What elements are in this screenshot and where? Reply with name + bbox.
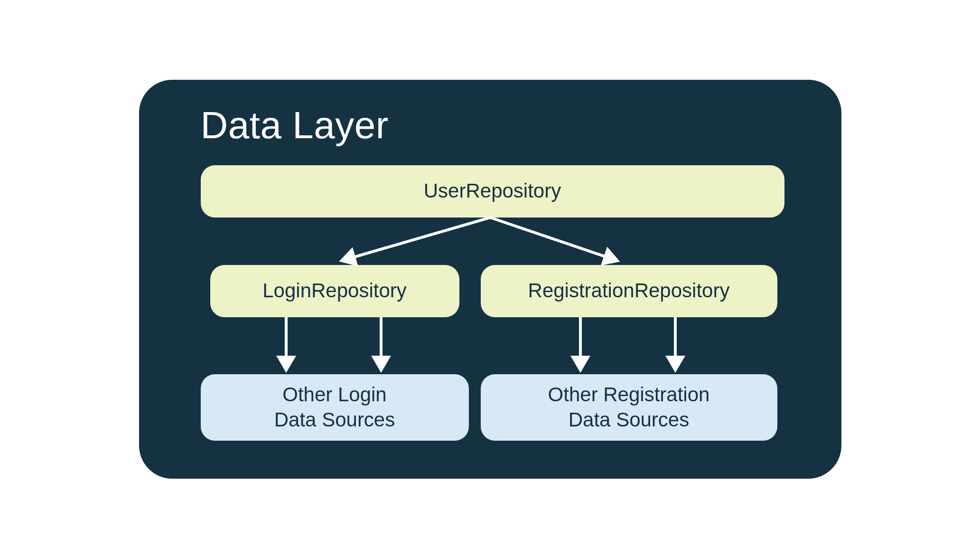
edge-user-to-login xyxy=(343,218,490,260)
node-login-repository: LoginRepository xyxy=(210,265,459,317)
edge-user-to-registration xyxy=(490,218,616,260)
node-registration-repository: RegistrationRepository xyxy=(481,265,777,317)
node-login-data-sources: Other LoginData Sources xyxy=(201,374,469,441)
diagram-title: Data Layer xyxy=(201,104,389,147)
node-label: Other LoginData Sources xyxy=(274,382,395,432)
node-label: RegistrationRepository xyxy=(528,278,730,303)
node-registration-data-sources: Other RegistrationData Sources xyxy=(481,374,777,441)
node-user-repository: UserRepository xyxy=(201,165,784,218)
node-label: LoginRepository xyxy=(262,278,407,303)
node-label: UserRepository xyxy=(424,179,561,204)
node-label: Other RegistrationData Sources xyxy=(548,382,710,432)
diagram-container: Data Layer UserRepository LoginRepositor… xyxy=(139,80,841,479)
